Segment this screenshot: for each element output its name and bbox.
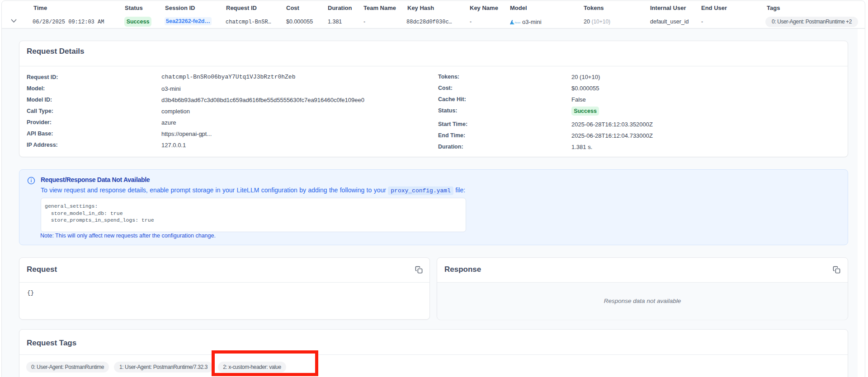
svg-text:Azure: Azure bbox=[514, 21, 520, 24]
